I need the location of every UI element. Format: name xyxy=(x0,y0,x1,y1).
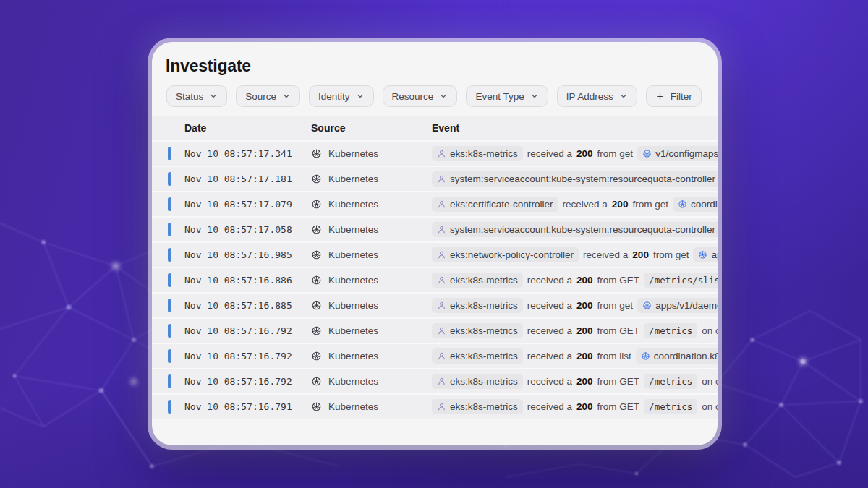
event-text: received a xyxy=(527,275,572,286)
identity-chip[interactable]: eks:k8s-metrics xyxy=(432,374,523,389)
status-code: 200 xyxy=(612,199,629,210)
path-chip[interactable]: /metrics xyxy=(644,374,697,389)
status-code: 200 xyxy=(632,249,649,260)
path-chip[interactable]: /metrics/slis xyxy=(644,273,718,288)
filter-dropdown-label: IP Address xyxy=(566,91,613,102)
event-source-label: Kubernetes xyxy=(328,300,378,311)
event-row[interactable]: Nov 10 08:57:16.792Kuberneteseks:k8s-met… xyxy=(152,368,718,393)
status-code: 200 xyxy=(576,401,593,412)
event-text: received a xyxy=(527,300,572,311)
person-icon xyxy=(437,174,446,184)
status-code: 200 xyxy=(576,376,593,387)
filter-dropdown-status[interactable]: Status xyxy=(166,85,227,107)
filter-dropdown-source[interactable]: Source xyxy=(236,85,300,107)
table-body: Nov 10 08:57:17.341Kuberneteseks:k8s-met… xyxy=(152,140,718,419)
event-source-label: Kubernetes xyxy=(328,249,378,260)
identity-chip[interactable]: eks:k8s-metrics xyxy=(432,399,523,414)
identity-chip[interactable]: system:serviceaccount:kube-system:resour… xyxy=(432,222,718,237)
path-chip[interactable]: /metrics xyxy=(644,399,697,414)
chevron-down-icon xyxy=(619,92,628,100)
identity-chip-label: eks:k8s-metrics xyxy=(450,325,518,336)
severity-indicator xyxy=(168,273,171,287)
filter-dropdown-resource[interactable]: Resource xyxy=(383,85,458,107)
status-code: 200 xyxy=(576,300,593,311)
event-row[interactable]: Nov 10 08:57:17.058Kubernetessystem:serv… xyxy=(152,216,718,241)
add-filter-button[interactable]: Filter xyxy=(646,85,702,107)
kubernetes-icon xyxy=(641,351,650,361)
path-chip[interactable]: /metrics xyxy=(644,323,697,338)
event-text: from GET xyxy=(597,376,640,387)
identity-chip-label: eks:certificate-controller xyxy=(450,199,553,210)
resource-chip[interactable]: apps/v1/daemonse xyxy=(637,298,718,313)
event-source-label: Kubernetes xyxy=(328,376,378,387)
identity-chip[interactable]: eks:k8s-metrics xyxy=(432,323,523,338)
identity-chip[interactable]: eks:k8s-metrics xyxy=(432,348,523,364)
event-description: eks:network-policy-controllerreceived a2… xyxy=(432,247,718,262)
plus-icon xyxy=(655,92,665,101)
add-filter-label: Filter xyxy=(671,91,692,102)
event-source-label: Kubernetes xyxy=(328,224,378,235)
event-date: Nov 10 08:57:17.181 xyxy=(184,174,311,184)
identity-chip[interactable]: system:serviceaccount:kube-system:resour… xyxy=(432,171,718,187)
severity-indicator xyxy=(168,172,171,186)
event-row[interactable]: Nov 10 08:57:17.079Kuberneteseks:certifi… xyxy=(152,191,718,216)
event-text: received a xyxy=(527,351,572,361)
event-text: from get xyxy=(597,148,634,159)
event-description: eks:k8s-metricsreceived a200from listcoo… xyxy=(432,348,718,364)
severity-indicator xyxy=(168,147,171,160)
event-text: received a xyxy=(527,376,572,387)
event-row[interactable]: Nov 10 08:57:16.886Kuberneteseks:k8s-met… xyxy=(152,267,718,292)
event-row[interactable]: Nov 10 08:57:16.985Kuberneteseks:network… xyxy=(152,241,718,267)
identity-chip-label: eks:network-policy-controller xyxy=(450,249,574,260)
kubernetes-icon xyxy=(311,148,322,159)
filter-dropdown-label: Source xyxy=(245,91,276,102)
identity-chip-label: eks:k8s-metrics xyxy=(450,275,518,286)
event-source: Kubernetes xyxy=(311,224,432,235)
event-source: Kubernetes xyxy=(311,376,432,387)
event-row[interactable]: Nov 10 08:57:16.791Kuberneteseks:k8s-met… xyxy=(152,393,718,419)
filter-dropdown-ip-address[interactable]: IP Address xyxy=(557,85,637,107)
resource-chip[interactable]: apiex xyxy=(693,247,718,262)
event-date: Nov 10 08:57:16.886 xyxy=(184,275,311,286)
event-row[interactable]: Nov 10 08:57:16.792Kuberneteseks:k8s-met… xyxy=(152,343,718,368)
chevron-down-icon xyxy=(356,92,365,100)
event-date: Nov 10 08:57:17.341 xyxy=(184,148,311,159)
event-source-label: Kubernetes xyxy=(328,325,378,336)
event-date: Nov 10 08:57:16.792 xyxy=(184,351,311,361)
resource-chip-label: apps/v1/daemonse xyxy=(655,300,718,311)
event-row[interactable]: Nov 10 08:57:16.792Kuberneteseks:k8s-met… xyxy=(152,317,718,343)
event-source: Kubernetes xyxy=(311,199,432,210)
resource-chip[interactable]: v1/configmaps kub xyxy=(637,146,718,161)
person-icon xyxy=(437,377,446,386)
event-date: Nov 10 08:57:17.079 xyxy=(184,199,311,210)
identity-chip[interactable]: eks:network-policy-controller xyxy=(432,247,579,262)
event-text: from get xyxy=(653,249,689,260)
table-header: Date Source Event xyxy=(152,116,718,140)
kubernetes-icon xyxy=(311,401,322,412)
event-row[interactable]: Nov 10 08:57:17.181Kubernetessystem:serv… xyxy=(152,166,718,191)
event-source-label: Kubernetes xyxy=(328,174,378,184)
identity-chip[interactable]: eks:k8s-metrics xyxy=(432,298,523,313)
identity-chip[interactable]: eks:certificate-controller xyxy=(432,197,558,212)
event-row[interactable]: Nov 10 08:57:16.885Kuberneteseks:k8s-met… xyxy=(152,292,718,317)
filter-dropdown-event-type[interactable]: Event Type xyxy=(466,85,548,107)
page-title: Investigate xyxy=(166,55,718,77)
kubernetes-icon xyxy=(311,325,322,336)
person-icon xyxy=(437,149,446,158)
event-source: Kubernetes xyxy=(311,275,432,286)
identity-chip[interactable]: eks:k8s-metrics xyxy=(432,273,523,288)
event-row[interactable]: Nov 10 08:57:17.341Kuberneteseks:k8s-met… xyxy=(152,140,718,166)
identity-chip[interactable]: eks:k8s-metrics xyxy=(432,146,523,161)
resource-chip-label: v1/configmaps kub xyxy=(655,148,718,159)
identity-chip-label: eks:k8s-metrics xyxy=(450,401,518,412)
status-code: 200 xyxy=(576,325,593,336)
resource-chip[interactable]: coordination.k8s.io xyxy=(636,348,718,364)
column-header-source: Source xyxy=(311,122,432,134)
filter-dropdown-identity[interactable]: Identity xyxy=(309,85,374,107)
event-description: eks:k8s-metricsreceived a200from getapps… xyxy=(432,298,718,313)
filter-dropdown-label: Status xyxy=(176,91,203,102)
kubernetes-icon xyxy=(642,301,652,310)
event-source: Kubernetes xyxy=(311,174,432,184)
person-icon xyxy=(437,351,446,361)
resource-chip[interactable]: coordinat xyxy=(673,197,718,212)
